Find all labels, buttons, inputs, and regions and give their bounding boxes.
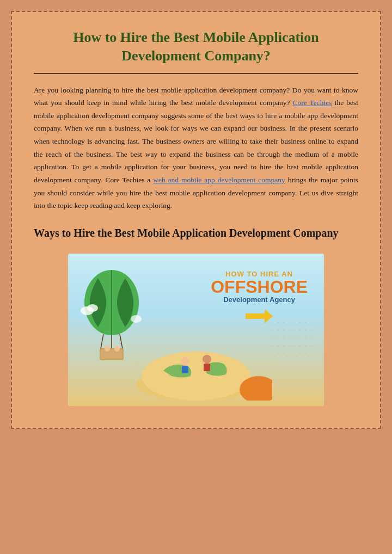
web-mobile-link[interactable]: web and mobile app development company bbox=[153, 176, 285, 184]
offshore-image: HOW TO HIRE AN OFFSHORE Development Agen… bbox=[68, 254, 324, 406]
offshore-big-text: OFFSHORE bbox=[211, 278, 308, 296]
core-techies-link[interactable]: Core Techies bbox=[292, 99, 332, 107]
svg-point-14 bbox=[142, 352, 250, 401]
svg-point-15 bbox=[181, 357, 189, 366]
svg-point-17 bbox=[203, 355, 211, 364]
page-title: How to Hire the Best Mobile Application … bbox=[34, 28, 358, 74]
arrow-icon bbox=[246, 308, 273, 324]
offshore-text-block: HOW TO HIRE AN OFFSHORE Development Agen… bbox=[211, 270, 308, 327]
image-container: HOW TO HIRE AN OFFSHORE Development Agen… bbox=[34, 254, 358, 406]
svg-point-7 bbox=[105, 346, 110, 352]
globe-icon bbox=[120, 335, 272, 401]
world-map-dots: · · · · · · · · · · · · · · · · · · · · … bbox=[272, 319, 313, 358]
svg-point-11 bbox=[131, 315, 142, 323]
body-middle: the best mobile application development … bbox=[34, 99, 358, 184]
svg-rect-16 bbox=[182, 366, 188, 373]
svg-marker-12 bbox=[246, 309, 273, 323]
dev-agency-text: Development Agency bbox=[211, 296, 308, 304]
svg-point-10 bbox=[87, 304, 98, 312]
svg-line-2 bbox=[101, 334, 103, 349]
body-text: Are you looking planning to hire the bes… bbox=[34, 84, 358, 212]
svg-rect-6 bbox=[101, 349, 122, 359]
svg-point-8 bbox=[114, 346, 120, 352]
section-title: Ways to Hire the Best Mobile Application… bbox=[34, 225, 358, 241]
page-container: How to Hire the Best Mobile Application … bbox=[11, 11, 381, 429]
svg-rect-18 bbox=[204, 364, 210, 371]
